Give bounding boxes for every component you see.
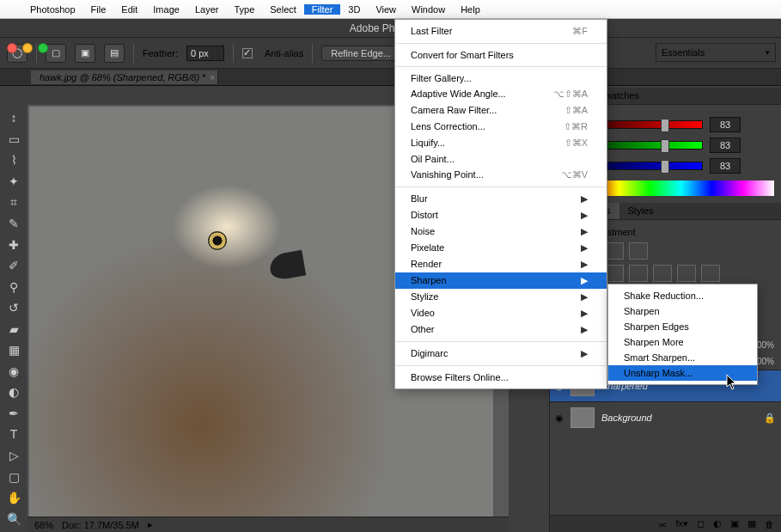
zoom-tool-icon[interactable]: 🔍 [2,509,26,529]
menu-help[interactable]: Help [453,4,488,15]
menu-item-filter-gallery[interactable]: Filter Gallery... [395,70,607,86]
selection-new-icon[interactable]: ▢ [46,44,66,63]
minimize-window-icon[interactable] [22,43,33,53]
menu-window[interactable]: Window [404,4,453,15]
menu-item-convert-smart[interactable]: Convert for Smart Filters [395,47,607,63]
pen-tool-icon[interactable]: ✒ [2,404,26,424]
document-tab-bar: hawk.jpg @ 68% (Sharpened, RGB/8) * × [0,69,781,86]
adjustment-layer-icon[interactable]: ◐ [713,518,722,529]
app-frame: Adobe Photoshop ◯ ▢ ▣ ▤ Feather: 0 px ✓ … [0,19,781,532]
menu-photoshop[interactable]: Photoshop [22,4,83,15]
shape-tool-icon[interactable]: ▢ [2,467,26,486]
menu-item-stylize[interactable]: Stylize▶ [395,289,607,305]
menu-item-oil-paint[interactable]: Oil Paint... [395,151,607,167]
path-tool-icon[interactable]: ▷ [2,446,26,466]
group-icon[interactable]: ▣ [730,518,739,529]
menu-item-noise[interactable]: Noise▶ [395,223,607,240]
new-layer-icon[interactable]: ▦ [747,518,756,529]
bw-icon[interactable] [629,265,648,282]
trash-icon[interactable]: 🗑 [765,519,774,529]
menu-view[interactable]: View [368,4,404,15]
menu-item-browse-filters[interactable]: Browse Filters Online... [395,370,607,385]
curves-icon[interactable] [605,242,624,260]
tool-panel: ↕ ▭ ⌇ ✦ ⌗ ✎ ✚ ✐ ⚲ ↺ ▰ ▦ ◉ ◐ ✒ T ▷ ▢ ✋ 🔍 [0,105,27,532]
menu-item-render[interactable]: Render▶ [395,256,607,272]
menu-select[interactable]: Select [262,4,304,15]
menu-item-liquify[interactable]: Liquify...⇧⌘X [395,135,607,151]
menu-image[interactable]: Image [145,4,187,15]
hand-tool-icon[interactable]: ✋ [2,488,26,508]
close-tab-icon[interactable]: × [210,72,215,83]
menu-item-smart-sharpen[interactable]: Smart Sharpen... [608,350,757,365]
history-brush-tool-icon[interactable]: ↺ [2,298,26,318]
mask-icon[interactable]: ◻ [697,518,705,529]
gradient-tool-icon[interactable]: ▦ [2,340,26,360]
filter-menu: Last Filter⌘F Convert for Smart Filters … [394,19,607,389]
antialias-checkbox[interactable]: ✓ [242,48,253,58]
lasso-tool-icon[interactable]: ⌇ [2,150,26,170]
doc-size: Doc: 17.7M/35.5M [62,520,139,530]
menu-filter[interactable]: Filter [304,4,340,15]
dodge-tool-icon[interactable]: ◐ [2,382,26,402]
menu-item-unsharp-mask[interactable]: Unsharp Mask... [608,365,757,381]
lock-icon: 🔒 [764,413,776,424]
menu-item-sharpen-edges[interactable]: Sharpen Edges [608,319,757,334]
menu-layer[interactable]: Layer [187,4,227,15]
balance-icon[interactable] [605,265,624,282]
visibility-icon[interactable]: ◉ [555,413,564,424]
zoom-window-icon[interactable] [38,43,48,53]
menu-3d[interactable]: 3D [340,4,368,15]
chevron-right-icon[interactable]: ▸ [148,519,153,530]
magic-wand-tool-icon[interactable]: ✦ [2,172,26,192]
close-window-icon[interactable] [7,43,17,53]
selection-add-icon[interactable]: ▣ [75,44,95,63]
exposure-icon[interactable] [629,242,648,260]
menu-item-sharpen[interactable]: Sharpen▶ [395,272,607,289]
value-green[interactable]: 83 [710,138,741,153]
menu-item-pixelate[interactable]: Pixelate▶ [395,240,607,256]
hawk-eye [208,231,227,250]
photofilter-icon[interactable] [653,265,672,282]
type-tool-icon[interactable]: T [2,425,26,444]
menu-item-other[interactable]: Other▶ [395,321,607,338]
brush-tool-icon[interactable]: ✐ [2,256,26,276]
selection-subtract-icon[interactable]: ▤ [104,44,125,63]
workspace-switcher[interactable]: Essentials ▾ [656,43,776,62]
menu-item-digimarc[interactable]: Digimarc▶ [395,345,607,362]
healing-brush-tool-icon[interactable]: ✚ [2,235,26,254]
menu-item-distort[interactable]: Distort▶ [395,207,607,223]
eraser-tool-icon[interactable]: ▰ [2,319,26,339]
refine-edge-button[interactable]: Refine Edge... [321,46,400,61]
mixer-icon[interactable] [677,265,696,282]
menu-file[interactable]: File [83,4,114,15]
menubar: Photoshop File Edit Image Layer Type Sel… [0,0,781,19]
crop-tool-icon[interactable]: ⌗ [2,193,26,212]
blur-tool-icon[interactable]: ◉ [2,362,26,382]
feather-input[interactable]: 0 px [186,46,224,61]
menu-item-shake-reduction[interactable]: Shake Reduction... [608,288,757,303]
move-tool-icon[interactable]: ↕ [2,108,26,128]
lookup-icon[interactable] [701,265,720,282]
menu-edit[interactable]: Edit [113,4,145,15]
value-blue[interactable]: 83 [710,158,741,174]
menu-type[interactable]: Type [226,4,262,15]
menu-item-adaptive-wide-angle[interactable]: Adaptive Wide Angle...⌥⇧⌘A [395,86,607,102]
document-tab[interactable]: hawk.jpg @ 68% (Sharpened, RGB/8) * × [31,70,218,84]
stamp-tool-icon[interactable]: ⚲ [2,277,26,297]
layer-name: Background [601,413,652,423]
menu-item-lens-correction[interactable]: Lens Correction...⇧⌘R [395,119,607,135]
menu-item-blur[interactable]: Blur▶ [395,191,607,207]
marquee-tool-icon[interactable]: ▭ [2,130,26,150]
tab-styles[interactable]: Styles [619,203,662,219]
menu-item-camera-raw[interactable]: Camera Raw Filter...⇧⌘A [395,102,607,119]
menu-item-video[interactable]: Video▶ [395,305,607,321]
value-red[interactable]: 83 [710,117,741,132]
zoom-level[interactable]: 68% [34,520,53,530]
layer-row-background[interactable]: ◉ Background 🔒 [550,401,781,433]
eyedropper-tool-icon[interactable]: ✎ [2,214,26,234]
menu-item-sharpen-basic[interactable]: Sharpen [608,303,757,319]
menu-item-vanishing-point[interactable]: Vanishing Point...⌥⌘V [395,167,607,183]
menu-item-sharpen-more[interactable]: Sharpen More [608,334,757,350]
fx-icon[interactable]: fx▾ [675,518,688,529]
link-icon[interactable]: ⫘ [657,519,667,529]
